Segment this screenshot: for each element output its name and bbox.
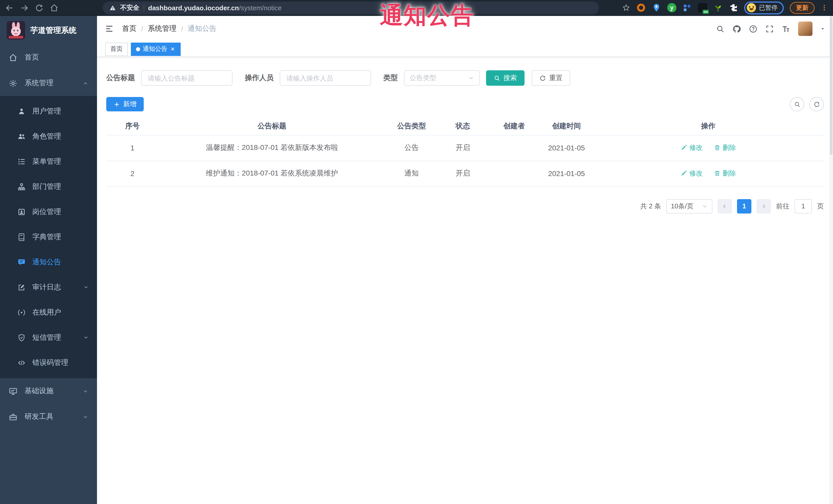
sidebar-item-dict-mgmt[interactable]: 字典管理 [0, 224, 97, 249]
edit-link-label: 修改 [689, 169, 703, 178]
security-warning-label: 不安全 [120, 3, 139, 12]
browser-profile-button[interactable]: 已暂停 [744, 1, 784, 14]
extensions-puzzle-icon[interactable] [729, 3, 738, 12]
chevron-down-icon [83, 284, 89, 290]
search-button-label: 搜索 [503, 73, 517, 82]
breadcrumb-home[interactable]: 首页 [122, 24, 137, 33]
sidebar-item-user-mgmt[interactable]: 用户管理 [0, 99, 97, 124]
arrow-left-icon [722, 203, 728, 209]
browser-right-cluster: y on 已暂停 更新 [622, 1, 828, 14]
user-avatar[interactable] [798, 22, 812, 36]
refresh-table-button[interactable] [809, 97, 824, 111]
edit-link[interactable]: 修改 [681, 143, 703, 152]
tab-home[interactable]: 首页 [105, 42, 128, 56]
add-button[interactable]: 新增 [106, 97, 144, 111]
reset-button-label: 重置 [549, 73, 563, 82]
edit-link-label: 修改 [689, 143, 703, 152]
sidebar: 芋道管理系统 首页 系统管理 用户管理 角色管理 [0, 16, 97, 504]
tab-notice[interactable]: 通知公告 [131, 42, 181, 56]
pagination: 共 2 条 10条/页 1 前往 页 [106, 199, 824, 213]
breadcrumb-system[interactable]: 系统管理 [148, 24, 176, 33]
plus-icon [114, 101, 120, 107]
edit-link[interactable]: 修改 [681, 169, 703, 178]
extension-icon-dark[interactable]: on [698, 3, 707, 12]
breadcrumb-current: 通知公告 [188, 24, 217, 33]
app-logo [7, 21, 25, 40]
sidebar-item-post-mgmt[interactable]: 岗位管理 [0, 199, 97, 224]
sidebar-item-error-code[interactable]: 错误码管理 [0, 350, 97, 375]
type-select[interactable]: 公告类型 [404, 70, 480, 86]
type-label: 类型 [383, 73, 398, 82]
extension-icon-donut[interactable] [637, 3, 646, 12]
cell-no: 2 [106, 161, 159, 186]
table-toolbar: 新增 [106, 97, 824, 111]
sidebar-item-online-users[interactable]: 在线用户 [0, 300, 97, 325]
chevron-down-icon [468, 75, 474, 81]
delete-link[interactable]: 删除 [714, 169, 736, 178]
browser-forward-icon[interactable] [20, 3, 29, 12]
browser-home-icon[interactable] [50, 3, 58, 12]
sidebar-collapse-icon[interactable] [105, 24, 114, 33]
notice-title-label: 公告标题 [106, 73, 135, 82]
prev-page-button[interactable] [717, 199, 732, 213]
sidebar-item-role-mgmt[interactable]: 角色管理 [0, 124, 97, 149]
sidebar-logo-row[interactable]: 芋道管理系统 [0, 16, 97, 45]
toggle-search-button[interactable] [790, 97, 804, 111]
extension-icon-grid[interactable] [683, 3, 692, 12]
search-button[interactable]: 搜索 [486, 70, 525, 86]
book-icon [18, 233, 26, 241]
sidebar-item-label: 通知公告 [32, 257, 61, 267]
browser-update-button[interactable]: 更新 [790, 2, 814, 14]
sidebar-item-menu-mgmt[interactable]: 菜单管理 [0, 149, 97, 174]
goto-page-input[interactable] [794, 199, 812, 213]
cell-creator [488, 135, 540, 161]
operator-input[interactable] [280, 70, 371, 86]
sidebar-item-infra[interactable]: 基础设施 [0, 378, 97, 404]
sidebar-item-notice[interactable]: 通知公告 [0, 249, 97, 274]
cell-created: 2021-01-05 [541, 135, 593, 161]
close-icon[interactable] [170, 46, 175, 52]
right-toolbar [790, 97, 824, 111]
page-scrollbar[interactable] [829, 16, 833, 504]
trash-icon [714, 170, 721, 177]
operator-label: 操作人员 [245, 73, 273, 82]
sidebar-item-audit-log[interactable]: 审计日志 [0, 274, 97, 300]
header-search-icon[interactable] [716, 24, 725, 33]
font-size-icon[interactable] [782, 24, 790, 33]
delete-link[interactable]: 删除 [714, 143, 736, 152]
browser-menu-kebab-icon[interactable] [821, 4, 828, 12]
toolbox-icon [9, 412, 18, 421]
sidebar-item-home[interactable]: 首页 [0, 45, 97, 70]
sidebar-item-label: 在线用户 [32, 308, 61, 317]
sidebar-item-devtools[interactable]: 研发工具 [0, 404, 97, 430]
sidebar-item-label: 研发工具 [25, 412, 53, 422]
page-size-select[interactable]: 10条/页 [666, 199, 712, 213]
filter-form: 公告标题 操作人员 类型 公告类型 [106, 70, 824, 86]
reset-button[interactable]: 重置 [532, 70, 570, 86]
next-page-button[interactable] [757, 199, 771, 213]
help-icon[interactable] [749, 24, 758, 33]
current-page-button[interactable]: 1 [737, 199, 752, 213]
sidebar-item-label: 角色管理 [32, 131, 61, 141]
col-header-created: 创建时间 [541, 118, 593, 135]
sidebar-item-system[interactable]: 系统管理 [0, 70, 97, 96]
scrollbar-thumb[interactable] [830, 17, 832, 155]
fullscreen-icon[interactable] [765, 24, 774, 33]
table-header-row: 序号 公告标题 公告类型 状态 创建者 创建时间 操作 [106, 118, 824, 135]
notice-title-input[interactable] [141, 70, 233, 86]
github-icon[interactable] [732, 24, 741, 33]
bookmark-star-icon[interactable] [622, 4, 630, 12]
extension-icon-y[interactable]: y [667, 3, 676, 12]
sidebar-item-dept-mgmt[interactable]: 部门管理 [0, 174, 97, 199]
browser-toolbar: 不安全 dashboard.yudao.iocoder.cn/system/no… [0, 0, 833, 16]
browser-back-icon[interactable] [5, 3, 14, 12]
browser-reload-icon[interactable] [35, 3, 44, 12]
users-icon [18, 132, 26, 140]
message-icon [18, 258, 26, 266]
avatar-caret-icon[interactable] [820, 26, 825, 31]
address-bar[interactable]: 不安全 dashboard.yudao.iocoder.cn/system/no… [103, 1, 599, 14]
navbar-actions [716, 22, 825, 36]
extension-icon-pin[interactable] [652, 3, 661, 12]
sidebar-item-sms-mgmt[interactable]: 短信管理 [0, 325, 97, 350]
extension-icon-sprout[interactable] [713, 3, 723, 12]
